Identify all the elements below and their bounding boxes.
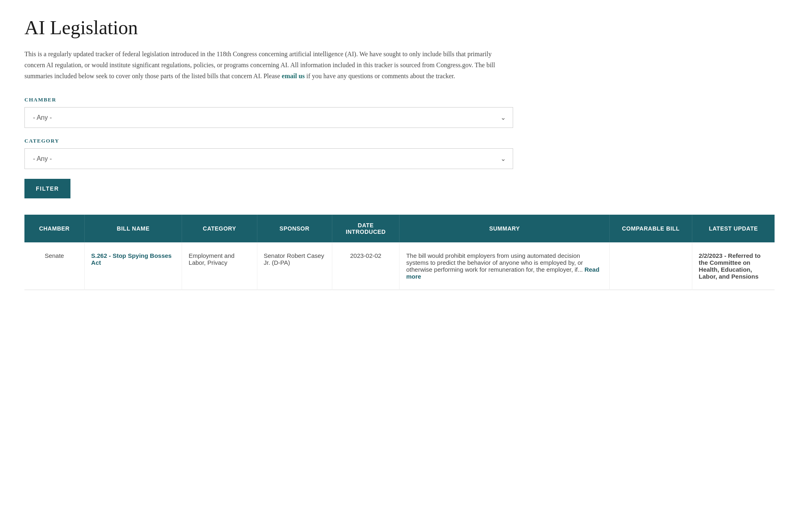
header-chamber: CHAMBER	[24, 215, 84, 242]
table-header: CHAMBER BILL NAME CATEGORY SPONSOR DATE …	[24, 215, 775, 242]
category-filter-section: CATEGORY - Any - Employment and Labor Pr…	[24, 138, 775, 169]
cell-date-introduced: 2023-02-02	[332, 242, 400, 290]
page-title: AI Legislation	[24, 16, 775, 39]
summary-text: The bill would prohibit employers from u…	[406, 252, 583, 273]
header-sponsor: SPONSOR	[257, 215, 332, 242]
cell-bill-name: S.262 - Stop Spying Bosses Act	[84, 242, 182, 290]
chamber-filter-label: CHAMBER	[24, 97, 775, 103]
cell-comparable-bill	[610, 242, 692, 290]
cell-latest-update: 2/2/2023 - Referred to the Committee on …	[692, 242, 775, 290]
page-description: This is a regularly updated tracker of f…	[24, 48, 513, 82]
cell-summary: The bill would prohibit employers from u…	[400, 242, 610, 290]
cell-chamber: Senate	[24, 242, 84, 290]
header-comparable-bill: COMPARABLE BILL	[610, 215, 692, 242]
legislation-table: CHAMBER BILL NAME CATEGORY SPONSOR DATE …	[24, 215, 775, 290]
category-select-wrapper: - Any - Employment and Labor Privacy Nat…	[24, 148, 513, 169]
filter-button[interactable]: FILTER	[24, 179, 70, 198]
table-row: Senate S.262 - Stop Spying Bosses Act Em…	[24, 242, 775, 290]
header-bill-name: BILL NAME	[84, 215, 182, 242]
header-date-introduced: DATE INTRODUCED	[332, 215, 400, 242]
bill-name-link[interactable]: S.262 - Stop Spying Bosses Act	[91, 252, 172, 266]
header-summary: SUMMARY	[400, 215, 610, 242]
email-link[interactable]: email us	[282, 73, 305, 79]
table-body: Senate S.262 - Stop Spying Bosses Act Em…	[24, 242, 775, 290]
header-category: CATEGORY	[182, 215, 257, 242]
cell-sponsor: Senator Robert Casey Jr. (D-PA)	[257, 242, 332, 290]
chamber-filter-section: CHAMBER - Any - Senate House ⌄	[24, 97, 775, 128]
chamber-select[interactable]: - Any - Senate House	[24, 107, 513, 128]
chamber-select-wrapper: - Any - Senate House ⌄	[24, 107, 513, 128]
cell-category: Employment and Labor, Privacy	[182, 242, 257, 290]
table-header-row: CHAMBER BILL NAME CATEGORY SPONSOR DATE …	[24, 215, 775, 242]
category-select[interactable]: - Any - Employment and Labor Privacy Nat…	[24, 148, 513, 169]
description-after-link: if you have any questions or comments ab…	[305, 73, 455, 79]
header-latest-update: LATEST UPDATE	[692, 215, 775, 242]
category-filter-label: CATEGORY	[24, 138, 775, 144]
